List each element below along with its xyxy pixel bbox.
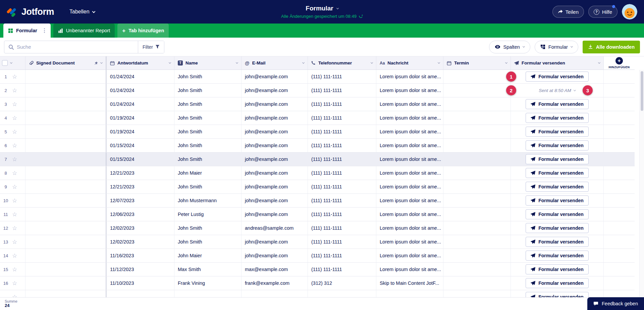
email-cell[interactable]: john@example.com [241, 152, 308, 166]
name-cell[interactable]: John Smith [174, 221, 241, 235]
termin-cell[interactable] [443, 221, 511, 235]
tab-add-button[interactable]: + Tab hinzufügen [117, 24, 169, 38]
name-cell[interactable]: Peter Lustig [174, 208, 241, 221]
signed-document-cell[interactable] [25, 139, 107, 152]
star-icon[interactable]: ☆ [12, 101, 17, 107]
telefonnummer-cell[interactable]: (111) 111-1111 [308, 166, 376, 180]
termin-cell[interactable] [443, 97, 511, 111]
signed-document-cell[interactable] [25, 208, 107, 221]
formular-versenden-button[interactable]: Formular versenden [526, 140, 589, 150]
telefonnummer-cell[interactable]: (111) 111-1111 [308, 97, 376, 111]
antwortdatum-cell[interactable]: 01/24/2024 [107, 84, 174, 97]
name-cell[interactable]: John Smith [174, 152, 241, 166]
formular-versenden-button[interactable]: Formular versenden [526, 278, 589, 288]
antwortdatum-cell[interactable]: 11/10/2023 [107, 276, 174, 290]
name-cell[interactable]: John Smith [174, 125, 241, 138]
avatar[interactable] [622, 4, 637, 19]
signed-document-cell[interactable] [25, 263, 107, 276]
filter-button[interactable]: Filter [138, 41, 164, 53]
telefonnummer-cell[interactable]: (111) 111-1111 [308, 125, 376, 138]
star-icon[interactable]: ☆ [12, 170, 17, 176]
chevron-down-icon[interactable] [598, 61, 600, 64]
nachricht-cell[interactable]: Lorem ipsum dolor sit ame... [376, 221, 443, 235]
signed-document-cell[interactable] [25, 276, 107, 290]
nachricht-cell[interactable]: Lorem ipsum dolor sit ame... [376, 235, 443, 249]
name-cell[interactable]: Max Smith [174, 263, 241, 276]
name-cell[interactable]: John Maier [174, 166, 241, 180]
chevron-down-icon[interactable] [169, 61, 171, 64]
column-header-email[interactable]: @ E-Mail [241, 56, 308, 70]
telefonnummer-cell[interactable]: (111) 111-1111 [308, 111, 376, 125]
sent-status-text[interactable]: Sent at 8:50 AM [539, 88, 571, 93]
name-cell[interactable]: John Mustermann [174, 194, 241, 207]
antwortdatum-cell[interactable]: 12/21/2023 [107, 166, 174, 180]
help-button[interactable]: ? Hilfe [588, 6, 618, 18]
formular-versenden-button[interactable]: Formular versenden [526, 223, 589, 233]
column-header-antwortdatum[interactable]: Antwortdatum [107, 56, 174, 70]
signed-document-cell[interactable] [25, 194, 107, 207]
form-title-dropdown[interactable]: Formular [281, 5, 363, 12]
termin-cell[interactable] [443, 194, 511, 207]
email-cell[interactable]: john@example.com [241, 249, 308, 262]
name-cell[interactable]: John Smith [174, 139, 241, 152]
antwortdatum-cell[interactable]: 01/19/2024 [107, 111, 174, 125]
star-icon[interactable]: ☆ [12, 212, 17, 217]
tab-menu-icon[interactable] [43, 27, 46, 34]
telefonnummer-cell[interactable]: (111) 111-1111 [308, 208, 376, 221]
nachricht-cell[interactable]: Lorem ipsum dolor sit ame... [376, 166, 443, 180]
email-cell[interactable]: john@example.com [241, 208, 308, 221]
search-input[interactable] [17, 44, 134, 50]
star-icon[interactable]: ☆ [12, 88, 17, 93]
telefonnummer-cell[interactable]: (111) 111-1111 [308, 152, 376, 166]
star-icon[interactable]: ☆ [12, 157, 17, 162]
nachricht-cell[interactable]: Lorem ipsum dolor sit ame... [376, 97, 443, 111]
signed-document-cell[interactable] [25, 235, 107, 249]
antwortdatum-cell[interactable]: 12/02/2023 [107, 235, 174, 249]
chevron-down-icon[interactable] [100, 61, 103, 64]
chevron-down-icon[interactable] [574, 89, 576, 91]
tabellen-dropdown[interactable]: Tabellen [69, 9, 95, 15]
email-cell[interactable]: john@example.com [241, 111, 308, 125]
star-icon[interactable]: ☆ [12, 74, 17, 80]
add-column-button[interactable]: + HINZUFÜGEN [604, 56, 635, 70]
antwortdatum-cell[interactable]: 12/06/2023 [107, 208, 174, 221]
email-cell[interactable]: john@example.com [241, 194, 308, 207]
star-icon[interactable]: ☆ [12, 239, 17, 245]
nachricht-cell[interactable]: Lorem ipsum dolor sit ame... [376, 152, 443, 166]
nachricht-cell[interactable]: Lorem ipsum dolor sit ame... [376, 180, 443, 193]
star-icon[interactable]: ☆ [12, 143, 17, 148]
termin-cell[interactable] [443, 208, 511, 221]
nachricht-cell[interactable]: Lorem ipsum dolor sit ame... [376, 84, 443, 97]
download-all-button[interactable]: Alle downloaden [583, 41, 640, 53]
formular-versenden-button[interactable]: Formular versenden [526, 168, 589, 178]
signed-document-cell[interactable] [25, 249, 107, 262]
nachricht-cell[interactable]: Lorem ipsum dolor sit ame... [376, 125, 443, 138]
name-cell[interactable]: John Smith [174, 180, 241, 193]
chevron-down-icon[interactable] [438, 61, 440, 64]
telefonnummer-cell[interactable]: (111) 111-1111 [308, 84, 376, 97]
email-cell[interactable]: john@example.com [241, 180, 308, 193]
nachricht-cell[interactable]: Lorem ipsum dolor sit ame... [376, 263, 443, 276]
name-cell[interactable]: John Smith [174, 111, 241, 125]
star-icon[interactable]: ☆ [12, 129, 17, 135]
antwortdatum-cell[interactable]: 01/24/2024 [107, 97, 174, 111]
star-icon[interactable]: ☆ [12, 225, 17, 231]
star-icon[interactable]: ☆ [12, 184, 17, 190]
nachricht-cell[interactable]: Skip to Main Content JotF... [376, 276, 443, 290]
signed-document-cell[interactable] [25, 152, 107, 166]
tab-formular[interactable]: Formular [3, 24, 51, 38]
antwortdatum-cell[interactable]: 11/12/2023 [107, 263, 174, 276]
column-header-formular-versenden[interactable]: Formular versenden [511, 56, 604, 70]
scrollbar-thumb[interactable] [641, 71, 643, 111]
formular-versenden-button[interactable]: Formular versenden [526, 99, 589, 109]
formular-versenden-button[interactable]: Formular versenden [526, 209, 589, 219]
termin-cell[interactable] [443, 249, 511, 262]
chevron-down-icon[interactable] [236, 61, 238, 64]
nachricht-cell[interactable]: Lorem ipsum dolor sit ame... [376, 70, 443, 83]
formular-versenden-button[interactable]: Formular versenden [526, 182, 589, 192]
vertical-scrollbar[interactable] [639, 70, 644, 297]
email-cell[interactable]: john@example.com [241, 84, 308, 97]
antwortdatum-cell[interactable]: 01/19/2024 [107, 125, 174, 138]
email-cell[interactable]: john@example.com [241, 97, 308, 111]
column-header-termin[interactable]: Termin [443, 56, 511, 70]
